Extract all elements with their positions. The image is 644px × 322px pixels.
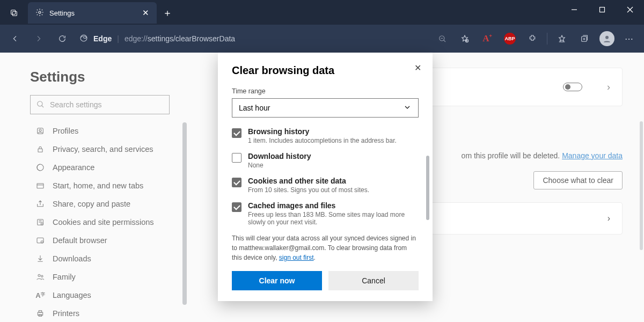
close-tab-icon[interactable]: ✕	[142, 8, 149, 18]
dialog-title: Clear browsing data	[232, 64, 419, 77]
option-title: Cookies and other site data	[248, 177, 369, 185]
tab-actions-button[interactable]	[0, 2, 28, 24]
font-extension-icon[interactable]: A+	[477, 28, 497, 49]
more-menu-icon[interactable]: ⋯	[619, 28, 640, 49]
svg-point-18	[605, 36, 609, 39]
svg-line-9	[444, 40, 445, 42]
svg-rect-0	[11, 10, 16, 14]
option-title: Download history	[248, 152, 311, 160]
window-controls	[560, 0, 644, 19]
toolbar-divider	[547, 33, 547, 45]
forward-button[interactable]	[28, 28, 49, 49]
back-button[interactable]	[4, 28, 26, 49]
collections-icon[interactable]	[574, 28, 595, 49]
option-cached[interactable]: Cached images and filesFrees up less tha…	[232, 201, 419, 226]
svg-rect-4	[600, 8, 605, 12]
option-title: Browsing history	[248, 127, 397, 136]
refresh-button[interactable]	[52, 28, 73, 49]
option-subtitle: 1 item. Includes autocompletions in the …	[248, 137, 397, 144]
toolbar: Edge | edge://settings/clearBrowserData …	[0, 25, 644, 53]
titlebar: Settings ✕ ＋	[0, 0, 644, 25]
extensions-icon[interactable]	[522, 28, 543, 49]
new-tab-button[interactable]: ＋	[157, 2, 178, 24]
cancel-button[interactable]: Cancel	[328, 271, 419, 290]
sync-note: This will clear your data across all you…	[232, 233, 419, 262]
checkbox[interactable]	[232, 153, 241, 163]
time-range-label: Time range	[232, 87, 419, 95]
checkbox[interactable]	[232, 202, 241, 212]
option-browsing-history[interactable]: Browsing history1 item. Includes autocom…	[232, 127, 419, 144]
minimize-button[interactable]	[560, 0, 588, 19]
close-window-button[interactable]	[616, 0, 644, 19]
option-subtitle: None	[248, 162, 311, 169]
address-label: Edge	[93, 34, 112, 43]
address-url: edge://settings/clearBrowserData	[125, 34, 235, 43]
checkbox[interactable]	[232, 128, 241, 138]
profile-avatar[interactable]	[597, 28, 617, 49]
option-title: Cached images and files	[248, 201, 419, 210]
close-dialog-button[interactable]: ✕	[410, 60, 425, 75]
address-separator: |	[117, 34, 119, 43]
address-bar[interactable]: Edge | edge://settings/clearBrowserData	[75, 34, 430, 44]
favorites-icon[interactable]	[455, 28, 475, 49]
option-download-history[interactable]: Download historyNone	[232, 152, 419, 169]
option-subtitle: From 10 sites. Signs you out of most sit…	[248, 186, 369, 194]
gear-icon	[35, 8, 44, 18]
checkbox[interactable]	[232, 178, 241, 187]
favorites-bar-icon[interactable]	[552, 28, 572, 49]
zoom-out-icon[interactable]	[432, 28, 452, 49]
time-range-value: Last hour	[239, 104, 270, 112]
sign-out-link[interactable]: sign out first	[279, 254, 314, 261]
clear-now-button[interactable]: Clear now	[232, 271, 322, 290]
chevron-down-icon	[403, 103, 412, 113]
dialog-scrollbar[interactable]	[426, 156, 429, 220]
time-range-select[interactable]: Last hour	[232, 98, 419, 118]
svg-rect-1	[12, 11, 17, 16]
option-subtitle: Frees up less than 183 MB. Some sites ma…	[248, 211, 419, 226]
edge-logo-icon	[79, 34, 88, 44]
tab-title: Settings	[49, 9, 75, 17]
clear-browsing-data-dialog: ✕ Clear browsing data Time range Last ho…	[218, 53, 433, 301]
maximize-button[interactable]	[588, 0, 616, 19]
svg-point-2	[39, 11, 41, 13]
option-cookies[interactable]: Cookies and other site dataFrom 10 sites…	[232, 177, 419, 194]
abp-extension-icon[interactable]: ABP	[500, 28, 520, 49]
toolbar-extensions: A+ ABP ⋯	[432, 28, 640, 49]
browser-tab[interactable]: Settings ✕	[28, 2, 157, 24]
